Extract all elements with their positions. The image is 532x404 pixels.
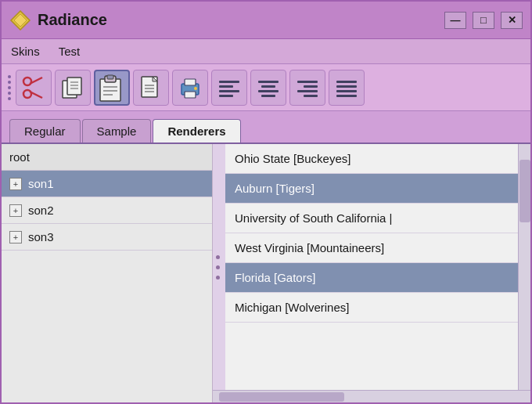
list-item-5[interactable]: Florida [Gators] <box>225 263 518 293</box>
svg-rect-34 <box>297 81 318 83</box>
svg-rect-35 <box>304 85 318 88</box>
tree-item-son3[interactable]: + son3 <box>2 224 212 251</box>
paste-button[interactable] <box>94 70 130 106</box>
tree-item-son2-label: son2 <box>28 204 54 217</box>
svg-rect-38 <box>336 81 357 83</box>
svg-rect-13 <box>107 75 113 79</box>
svg-rect-7 <box>67 78 81 95</box>
app-title: Radiance <box>38 11 444 29</box>
list-item-4[interactable]: West Virginia [Mountaineers] <box>225 233 518 263</box>
align-right-button[interactable] <box>289 70 325 106</box>
svg-rect-27 <box>219 85 233 88</box>
svg-rect-41 <box>336 95 357 97</box>
toolbar <box>2 64 530 111</box>
content-area: root + son1 + son2 + son3 <box>2 144 530 402</box>
window-controls: — □ ✕ <box>444 12 523 29</box>
svg-rect-29 <box>219 95 233 97</box>
svg-rect-33 <box>261 95 275 97</box>
main-window: Radiance — □ ✕ Skins Test <box>0 0 532 404</box>
h-scrollbar-thumb[interactable] <box>219 392 344 402</box>
vertical-scrollbar[interactable] <box>518 144 530 390</box>
svg-rect-30 <box>258 81 279 83</box>
scrollbar-thumb[interactable] <box>519 160 530 222</box>
align-justify-button[interactable] <box>329 70 365 106</box>
align-justify-icon <box>333 74 360 101</box>
minimize-button[interactable]: — <box>444 12 466 29</box>
svg-rect-23 <box>185 79 196 85</box>
svg-rect-39 <box>336 85 357 88</box>
align-right-icon <box>294 74 321 101</box>
tree-item-son3-label: son3 <box>28 230 54 243</box>
svg-rect-40 <box>336 90 357 92</box>
tree-item-son1[interactable]: + son1 <box>2 171 212 197</box>
tree-item-son1-label: son1 <box>28 177 54 190</box>
menu-bar: Skins Test <box>2 39 530 64</box>
document-button[interactable] <box>133 70 169 106</box>
list-item-1[interactable]: Ohio State [Buckeyes] <box>225 144 518 174</box>
align-center-icon <box>255 74 282 101</box>
svg-point-25 <box>194 87 197 90</box>
svg-rect-37 <box>304 95 318 97</box>
list-panel: Ohio State [Buckeyes] Auburn [Tigers] Un… <box>225 144 530 390</box>
svg-rect-32 <box>258 90 279 92</box>
list-item-6[interactable]: Michigan [Wolverines] <box>225 293 518 323</box>
toolbar-grip <box>6 72 13 103</box>
list-item-3[interactable]: University of South California | <box>225 204 518 233</box>
copy-button[interactable] <box>55 70 91 106</box>
scissors-icon <box>20 74 47 101</box>
svg-rect-36 <box>297 90 318 92</box>
svg-rect-24 <box>185 92 196 98</box>
panel-grip <box>213 144 225 390</box>
tab-sample[interactable]: Sample <box>82 119 152 142</box>
menu-test[interactable]: Test <box>56 43 84 60</box>
tree-panel: root + son1 + son2 + son3 <box>2 144 213 402</box>
printer-icon <box>177 74 203 101</box>
close-button[interactable]: ✕ <box>501 12 523 29</box>
horizontal-scrollbar[interactable] <box>213 390 530 402</box>
tree-root-node: root <box>2 144 212 171</box>
document-icon <box>138 74 164 101</box>
expand-son2-button[interactable]: + <box>9 204 22 217</box>
align-left-button[interactable] <box>211 70 247 106</box>
list-item-2[interactable]: Auburn [Tigers] <box>225 174 518 204</box>
menu-skins[interactable]: Skins <box>8 43 43 60</box>
list-panel-wrapper: Ohio State [Buckeyes] Auburn [Tigers] Un… <box>213 144 530 402</box>
tab-renderers[interactable]: Renderers <box>153 119 240 142</box>
tab-regular[interactable]: Regular <box>9 119 81 142</box>
expand-son1-button[interactable]: + <box>9 178 22 190</box>
tree-item-son2[interactable]: + son2 <box>2 197 212 224</box>
svg-rect-28 <box>219 90 239 92</box>
copy-icon <box>59 74 86 101</box>
paste-icon <box>97 71 127 104</box>
maximize-button[interactable]: □ <box>473 12 494 29</box>
align-left-icon <box>216 74 243 101</box>
tab-bar: Regular Sample Renderers <box>2 111 530 144</box>
svg-rect-31 <box>261 85 275 88</box>
cut-button[interactable] <box>16 70 52 106</box>
app-logo <box>9 9 31 31</box>
align-center-button[interactable] <box>250 70 286 106</box>
print-button[interactable] <box>172 70 208 106</box>
svg-rect-26 <box>219 81 239 83</box>
title-bar: Radiance — □ ✕ <box>2 2 530 39</box>
expand-son3-button[interactable]: + <box>9 231 22 243</box>
